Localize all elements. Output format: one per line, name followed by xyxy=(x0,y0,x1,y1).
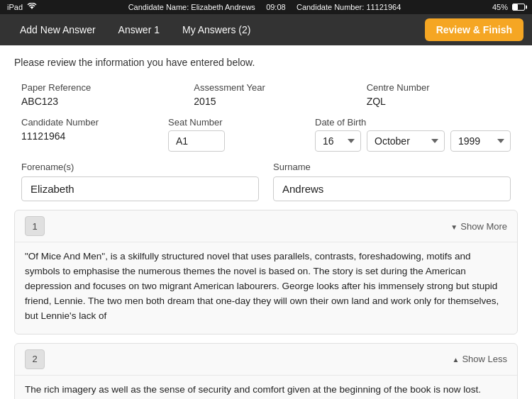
centre-number-group: Centre Number ZQL xyxy=(367,82,511,107)
answer-body-2: The rich imagery as well as the sense of… xyxy=(15,375,517,399)
answer-number-2: 2 xyxy=(25,349,45,369)
status-time: 09:08 xyxy=(266,3,286,11)
show-less-label-2: Show Less xyxy=(462,354,507,364)
answer-section-2: 2 Show Less The rich imagery as well as … xyxy=(14,343,518,399)
centre-number-label: Centre Number xyxy=(367,82,511,93)
candidate-form: Paper Reference ABC123 Assessment Year 2… xyxy=(14,82,518,201)
main-content: Please review the information you have e… xyxy=(0,45,532,399)
forename-label: Forename(s) xyxy=(21,162,259,172)
seat-number-input[interactable] xyxy=(168,130,225,152)
show-less-toggle-2[interactable]: Show Less xyxy=(453,354,508,364)
answer-section-1: 1 Show More "Of Mice And Men", is a skil… xyxy=(14,210,518,335)
surname-group: Surname xyxy=(273,162,511,201)
paper-ref-label: Paper Reference xyxy=(21,82,165,93)
answer-1-nav[interactable]: Answer 1 xyxy=(107,14,171,45)
name-row: Forename(s) Surname xyxy=(21,162,511,201)
dob-selects: 1234567891011121314151617181920212223242… xyxy=(315,130,511,152)
assessment-year-label: Assessment Year xyxy=(194,82,338,93)
dob-label: Date of Birth xyxy=(315,117,511,128)
status-bar: iPad Candidate Name: Elizabeth Andrews 0… xyxy=(0,0,532,14)
review-finish-button[interactable]: Review & Finish xyxy=(425,18,523,41)
dob-year-select[interactable]: 19951996199719981999200020012002 xyxy=(450,130,511,152)
battery-percent: 45% xyxy=(492,3,508,11)
forename-input[interactable] xyxy=(21,176,259,201)
dob-month-select[interactable]: JanuaryFebruaryMarchAprilMayJuneJulyAugu… xyxy=(367,130,445,152)
seat-number-group: Seat Number xyxy=(168,117,287,152)
paper-ref-group: Paper Reference ABC123 xyxy=(21,82,165,107)
answer-body-1: "Of Mice And Men", is a skilfully struct… xyxy=(15,242,517,334)
surname-label: Surname xyxy=(273,162,511,172)
form-row-2: Candidate Number 11121964 Seat Number Da… xyxy=(21,117,511,152)
candidate-number-label: Candidate Number xyxy=(21,117,140,128)
seat-number-label: Seat Number xyxy=(168,117,287,128)
wifi-icon xyxy=(27,3,37,11)
my-answers-nav[interactable]: My Answers (2) xyxy=(171,14,262,45)
assessment-year-group: Assessment Year 2015 xyxy=(194,82,338,107)
candidate-number-status: Candidate Number: 11121964 xyxy=(297,3,401,11)
add-new-answer-nav[interactable]: Add New Answer xyxy=(9,14,107,45)
centre-number-value: ZQL xyxy=(367,96,511,107)
instruction-text: Please review the information you have e… xyxy=(14,57,518,68)
chevron-up-icon-2 xyxy=(453,354,460,364)
answer-number-1: 1 xyxy=(25,216,45,236)
assessment-year-value: 2015 xyxy=(194,96,338,107)
candidate-name-status: Candidate Name: Elizabeth Andrews xyxy=(128,3,255,11)
show-more-label-1: Show More xyxy=(460,221,507,232)
battery-icon xyxy=(512,4,525,11)
candidate-number-value: 11121964 xyxy=(21,130,140,142)
candidate-number-group: Candidate Number 11121964 xyxy=(21,117,140,142)
chevron-down-icon-1 xyxy=(450,221,458,232)
show-more-toggle-1[interactable]: Show More xyxy=(450,221,507,232)
dob-group: Date of Birth 12345678910111213141516171… xyxy=(315,117,511,152)
dob-day-select[interactable]: 1234567891011121314151617181920212223242… xyxy=(315,130,361,152)
paper-ref-value: ABC123 xyxy=(21,96,165,107)
form-row-1: Paper Reference ABC123 Assessment Year 2… xyxy=(21,82,511,107)
forename-group: Forename(s) xyxy=(21,162,259,201)
answer-header-2: 2 Show Less xyxy=(15,344,517,375)
device-label: iPad xyxy=(7,3,23,11)
answer-header-1: 1 Show More xyxy=(15,210,517,242)
surname-input[interactable] xyxy=(273,176,511,201)
top-nav: Add New Answer Answer 1 My Answers (2) R… xyxy=(0,14,532,45)
